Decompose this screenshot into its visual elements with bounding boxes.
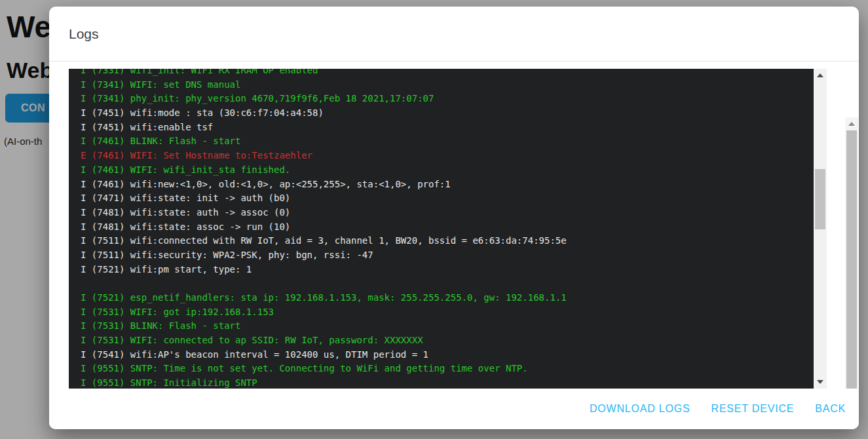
logs-modal: Logs I (7331) wifi_init: WiFi RX IRAM OP… [49, 7, 859, 429]
log-line: I (7521) esp_netif_handlers: sta ip: 192… [81, 291, 814, 305]
log-line: I (7331) wifi_init: WiFi RX IRAM OP enab… [81, 69, 814, 78]
modal-footer: DOWNLOAD LOGSRESET DEVICEBACK [49, 389, 859, 429]
log-line: E (7461) WIFI: Set Hostname to:Testzaehl… [81, 149, 814, 163]
log-line: I (7481) wifi:state: auth -> assoc (0) [81, 206, 814, 220]
log-line: I (7531) WIFI: connected to ap SSID: RW … [81, 334, 814, 348]
modal-title: Logs [69, 26, 99, 42]
log-line: I (7541) wifi:AP's beacon interval = 102… [81, 348, 814, 362]
scroll-up-icon[interactable] [814, 69, 827, 82]
modal-body: I (7331) wifi_init: WiFi RX IRAM OP enab… [49, 62, 859, 389]
back-button[interactable]: BACK [815, 403, 846, 415]
log-line: I (7511) wifi:connected with RW IoT, aid… [81, 234, 814, 248]
log-output: I (7331) wifi_init: WiFi RX IRAM OP enab… [69, 69, 814, 389]
download-logs-button[interactable]: DOWNLOAD LOGS [590, 403, 690, 415]
log-scrollbar-thumb[interactable] [815, 169, 825, 229]
log-line: I (7521) wifi:pm start, type: 1 [81, 263, 814, 277]
log-line: I (7341) WIFI: set DNS manual [81, 78, 814, 92]
log-line: I (7341) phy_init: phy_version 4670,719f… [81, 92, 814, 106]
screen: We Web CON (AI-on-th Logs I (7331) wifi_… [0, 0, 868, 439]
log-scrollbar[interactable] [814, 69, 827, 389]
scroll-up-icon[interactable] [845, 117, 858, 130]
modal-scrollbar[interactable] [845, 117, 858, 429]
log-line: I (9551) SNTP: Initializing SNTP [81, 376, 814, 389]
log-line: I (7451) wifi:enable tsf [81, 121, 814, 135]
log-line: I (7511) wifi:security: WPA2-PSK, phy: b… [81, 248, 814, 263]
log-line: I (9551) SNTP: Time is not set yet. Conn… [81, 362, 814, 376]
log-line: I (7481) wifi:state: assoc -> run (10) [81, 220, 814, 235]
log-line: I (7461) wifi:new:<1,0>, old:<1,0>, ap:<… [81, 178, 814, 192]
modal-scrollbar-thumb[interactable] [846, 130, 857, 390]
log-line: I (7531) BLINK: Flash - start [81, 319, 814, 334]
log-line [81, 277, 814, 291]
scroll-down-icon[interactable] [814, 375, 827, 389]
reset-device-button[interactable]: RESET DEVICE [711, 403, 795, 415]
log-line: I (7531) WIFI: got ip:192.168.1.153 [81, 305, 814, 320]
modal-header: Logs [49, 7, 859, 62]
log-line: I (7461) BLINK: Flash - start [81, 134, 814, 149]
log-line: I (7461) WIFI: wifi_init_sta finished. [81, 163, 814, 178]
log-line: I (7471) wifi:state: init -> auth (b0) [81, 191, 814, 206]
log-console[interactable]: I (7331) wifi_init: WiFi RX IRAM OP enab… [69, 69, 827, 389]
log-line: I (7451) wifi:mode : sta (30:c6:f7:04:a4… [81, 106, 814, 121]
